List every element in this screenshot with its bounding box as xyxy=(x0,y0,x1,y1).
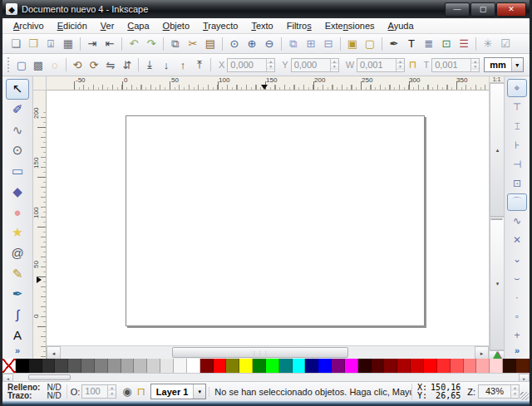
hscroll-thumb[interactable]: ⋮⋮⋮ xyxy=(172,347,347,358)
palette-swatch-#ffffff[interactable] xyxy=(187,359,200,373)
y-field-input[interactable]: 0,000 xyxy=(292,59,330,71)
vscroll-thumb[interactable] xyxy=(490,218,503,220)
redo-icon[interactable]: ↷ xyxy=(143,36,160,51)
text-tool[interactable]: A xyxy=(6,325,29,345)
zoom-tool[interactable]: ⊙ xyxy=(6,140,29,161)
palette-swatch-#2b0d00[interactable] xyxy=(503,359,516,373)
horizontal-ruler[interactable]: -50050100150200250300350 xyxy=(47,76,489,90)
menu-ver[interactable]: Ver xyxy=(95,20,121,32)
palette-swatch-#2b0000[interactable] xyxy=(358,359,372,373)
width-field-stepper[interactable]: ▲▼ xyxy=(396,59,404,71)
export-icon[interactable]: ⇤ xyxy=(101,36,118,51)
palette-swatch-#f5f5f5[interactable] xyxy=(174,359,187,373)
snap-bbox-edges-icon[interactable]: ⌶ xyxy=(507,117,527,135)
palette-scrollbar[interactable]: ◂ ▸ xyxy=(2,373,530,381)
save-document-icon[interactable]: ⍗ xyxy=(42,36,59,51)
snap-paths-icon[interactable]: ∿ xyxy=(507,212,527,230)
height-field-stepper[interactable]: ▲▼ xyxy=(470,59,479,71)
snap-path-intersections-icon[interactable]: ✕ xyxy=(507,231,527,249)
lower-to-bottom-icon[interactable]: ⤓ xyxy=(141,57,158,73)
palette-swatch-#800000[interactable] xyxy=(200,359,214,373)
palette-swatch-#ff0000[interactable] xyxy=(214,359,227,373)
palette-swatch-#1a1a1a[interactable] xyxy=(29,359,42,373)
flip-horizontal-icon[interactable]: ⇋ xyxy=(102,57,119,73)
palette-swatch-#ff8080[interactable] xyxy=(464,359,477,373)
palette-swatch-#434343[interactable] xyxy=(55,359,68,373)
palette-swatch-#d40000[interactable] xyxy=(411,359,424,373)
create-clone-icon[interactable]: ⊞ xyxy=(303,36,319,51)
new-document-icon[interactable]: ❏ xyxy=(7,36,24,51)
zoom-drawing-icon[interactable]: ⊕ xyxy=(244,36,260,51)
unlink-clone-icon[interactable]: ⊟ xyxy=(320,36,337,51)
align-dialog-icon[interactable]: ☰ xyxy=(456,36,472,51)
xml-editor-icon[interactable]: ⊡ xyxy=(438,36,455,51)
palette-swatch-#ff2a2a[interactable] xyxy=(437,359,451,373)
palette-swatch-#d1d1d1[interactable] xyxy=(147,359,160,373)
undo-icon[interactable]: ↶ xyxy=(126,36,142,51)
palette-swatch-#ff00ff[interactable] xyxy=(345,359,358,373)
palette-swatch-#bdbdbd[interactable] xyxy=(134,359,147,373)
document-properties-icon[interactable]: ☑ xyxy=(497,36,514,51)
minimize-button[interactable]: — xyxy=(445,2,470,17)
palette-swatch-#a8a8a8[interactable] xyxy=(121,359,135,373)
rotate-cw-icon[interactable]: ⟳ xyxy=(86,57,102,73)
snap-enable-icon[interactable]: ⌖ xyxy=(507,79,527,97)
duplicate-icon[interactable]: ⧉ xyxy=(285,36,302,51)
preferences-icon[interactable]: ✳ xyxy=(480,36,496,51)
snap-midpoints-icon[interactable]: ∙ xyxy=(507,288,527,306)
spiral-tool[interactable]: @ xyxy=(6,243,29,264)
horizontal-scrollbar[interactable]: ◂ ⋮⋮⋮ ▸ xyxy=(47,345,489,359)
zoom-input[interactable]: 43% xyxy=(479,385,510,398)
select-all-icon[interactable]: ▢ xyxy=(13,57,30,73)
fill-stroke-icon[interactable]: ✒ xyxy=(386,36,402,51)
raise-icon[interactable]: ↑ xyxy=(175,57,191,73)
x-field-stepper[interactable]: ▲▼ xyxy=(266,59,274,71)
palette-swatch-#949494[interactable] xyxy=(108,359,121,373)
snapbar-overflow-button[interactable]: » xyxy=(515,345,520,355)
fill-value[interactable]: N/D xyxy=(47,384,61,392)
height-field-input[interactable]: 0,001 xyxy=(432,59,470,71)
opacity-input[interactable]: 100 xyxy=(82,385,107,398)
calligraphy-tool[interactable]: ∫ xyxy=(6,305,29,325)
palette-swatch-#800000[interactable] xyxy=(384,359,397,373)
palette-swatch-#ffff00[interactable] xyxy=(239,359,253,373)
palette-swatch-#ffaaaa[interactable] xyxy=(476,359,490,373)
raise-to-top-icon[interactable]: ⤒ xyxy=(191,57,208,73)
palette-swatch-#008080[interactable] xyxy=(279,359,293,373)
palette-swatch-#aa0000[interactable] xyxy=(397,359,411,373)
cut-icon[interactable]: ✂ xyxy=(185,36,201,51)
layers-dialog-icon[interactable]: ≣ xyxy=(421,36,437,51)
opacity-stepper[interactable]: ▲▼ xyxy=(107,385,116,398)
snap-object-centers-icon[interactable]: ▫ xyxy=(507,307,527,325)
stroke-value[interactable]: N/D xyxy=(47,392,61,400)
box3d-tool[interactable]: ◆ xyxy=(6,181,29,202)
close-button[interactable]: ✕ xyxy=(496,2,526,17)
canvas[interactable] xyxy=(47,90,489,345)
tweak-tool[interactable]: ∿ xyxy=(6,120,29,140)
menu-objeto[interactable]: Objeto xyxy=(157,20,195,32)
palette-swatch-#e6e6e6[interactable] xyxy=(160,359,174,373)
vertical-ruler[interactable]: 200150100500 xyxy=(33,90,47,359)
menu-filtros[interactable]: Filtros xyxy=(281,20,318,32)
menu-trayecto[interactable]: Trayecto xyxy=(197,20,244,32)
open-document-icon[interactable]: ❒ xyxy=(25,36,42,51)
star-tool[interactable]: ★ xyxy=(6,223,29,243)
print-icon[interactable]: ▦ xyxy=(60,36,76,51)
snap-nodes-icon[interactable]: ⌒ xyxy=(507,193,527,212)
rotate-ccw-icon[interactable]: ⟲ xyxy=(69,57,86,73)
palette-swatch-#2e2e2e[interactable] xyxy=(42,359,56,373)
palette-swatch-#000000[interactable] xyxy=(16,359,29,373)
group-icon[interactable]: ▣ xyxy=(344,36,361,51)
vertical-scrollbar[interactable]: 1:1 ▴ ▾ xyxy=(489,76,504,359)
palette-swatch-#808000[interactable] xyxy=(226,359,239,373)
palette-swatch-#6b6b6b[interactable] xyxy=(81,359,95,373)
menu-ayuda[interactable]: Ayuda xyxy=(382,20,420,32)
palette-swatch-#ff5555[interactable] xyxy=(451,359,464,373)
zoom-stepper[interactable]: ▲▼ xyxy=(510,385,519,398)
snap-bbox-centers-icon[interactable]: ⊡ xyxy=(507,174,527,193)
snap-edge-midpoints-icon[interactable]: ⊣ xyxy=(507,155,527,174)
menu-edicion[interactable]: Edición xyxy=(52,20,93,32)
palette-swatch-#808080[interactable] xyxy=(95,359,108,373)
copy-icon[interactable]: ⧉ xyxy=(167,36,184,51)
import-icon[interactable]: ⇥ xyxy=(84,36,101,51)
